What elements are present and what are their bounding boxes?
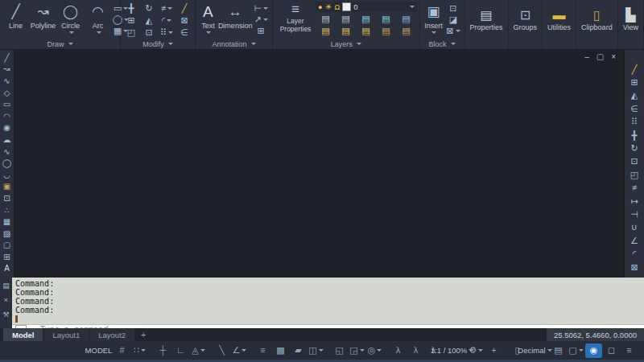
annotation-autoscale-icon[interactable]: λ — [407, 343, 424, 358]
text-icon[interactable]: A — [0, 263, 14, 275]
copy-icon[interactable]: ⊞ — [625, 76, 644, 88]
add-layout-button[interactable]: + — [135, 328, 151, 341]
dropdown-caret-icon[interactable] — [377, 349, 382, 352]
dynamic-ucs-icon[interactable]: ◲ — [349, 343, 365, 358]
dimension-tool-icon[interactable]: ▤ — [2, 281, 10, 291]
annotation-scale-value[interactable]: 1:1 / 100% — [443, 343, 461, 358]
rectangle-icon[interactable]: ▭ — [0, 98, 14, 110]
customize-command-icon[interactable]: ⚒ — [2, 310, 9, 320]
region-icon[interactable]: ▢ — [0, 240, 14, 252]
layer-freeze-icon[interactable]: ▤ — [361, 14, 369, 24]
create-block-icon[interactable]: ⊡ — [0, 192, 14, 204]
table-icon[interactable]: ⊞ — [254, 26, 268, 36]
layer-make-current-icon[interactable]: ▤ — [402, 14, 410, 24]
layer-off-icon[interactable]: ▤ — [382, 14, 390, 24]
dropdown-caret-icon[interactable] — [410, 6, 415, 8]
layer-unisolate-icon[interactable]: ▤ — [341, 14, 349, 24]
array-icon[interactable]: ⠿ — [160, 27, 173, 38]
join-icon[interactable]: ∪ — [625, 221, 644, 234]
arc-tool[interactable]: ◠ Arc — [85, 2, 111, 37]
lineweight-icon[interactable]: ≡ — [254, 343, 271, 358]
transparency-icon[interactable]: ▩ — [272, 343, 289, 358]
layer-dropdown[interactable]: ● ☀ Ω 0 — [316, 2, 417, 12]
dropdown-caret-icon[interactable] — [69, 31, 74, 34]
ucs-icon[interactable]: ◱ — [331, 343, 348, 358]
copy-icon[interactable]: ⊞ — [127, 15, 134, 26]
scale-icon[interactable]: ⊡ — [625, 155, 644, 168]
text-tool[interactable]: A Text — [198, 2, 218, 37]
panel-properties[interactable]: ▤ Properties — [465, 0, 509, 49]
spline-icon[interactable]: ∿ — [0, 146, 14, 158]
minimize-drawing-icon[interactable]: – — [584, 53, 589, 61]
selection-cycling-icon[interactable]: ◫ — [308, 343, 324, 358]
spline-fit-icon[interactable]: ∿ — [0, 75, 14, 87]
edit-attributes-icon[interactable]: ◪ — [446, 14, 460, 25]
extend-icon[interactable]: ↦ — [625, 195, 644, 208]
drawing-canvas[interactable]: –▢× — [14, 50, 625, 278]
display-icon[interactable]: ▢ — [568, 343, 584, 358]
chamfer-icon[interactable]: ∠ — [625, 234, 644, 247]
rotate-icon[interactable]: ↻ — [625, 142, 644, 154]
trim-icon[interactable]: ≠ — [161, 3, 172, 14]
explode-icon[interactable]: ⊠ — [625, 261, 644, 274]
break-icon[interactable]: ⊣ — [625, 208, 644, 220]
explode-icon[interactable]: ⊠ — [180, 15, 188, 26]
tab-layout2[interactable]: Layout2 — [89, 328, 134, 341]
layer-unlock-icon[interactable]: ▤ — [402, 26, 410, 36]
dimension-tool[interactable]: ↔ Dimension — [218, 2, 253, 37]
dropdown-caret-icon[interactable] — [97, 31, 101, 34]
dropdown-caret-icon[interactable] — [242, 349, 246, 352]
dropdown-caret-icon[interactable] — [263, 7, 268, 10]
layer-color-swatch[interactable] — [342, 2, 351, 11]
dropdown-caret-icon[interactable] — [167, 19, 171, 22]
circle-icon[interactable]: ◉ — [0, 122, 14, 134]
panel-groups[interactable]: ⊡ Groups — [509, 0, 543, 49]
polygon-icon[interactable]: ◇ — [0, 87, 14, 99]
line-tool[interactable]: ╱ Line — [2, 2, 29, 37]
layer-turn-on-icon[interactable]: ▤ — [361, 26, 369, 36]
layer-on-bulb-icon[interactable]: ● — [318, 3, 322, 11]
dropdown-caret-icon[interactable] — [431, 31, 436, 34]
manage-attributes-icon[interactable]: ⊠ — [446, 26, 460, 36]
dropdown-caret-icon[interactable] — [141, 349, 146, 352]
stretch-icon[interactable]: ◰ — [127, 27, 135, 38]
stretch-icon[interactable]: ◰ — [625, 168, 644, 181]
fillet-icon[interactable]: ◜ — [625, 247, 644, 260]
revision-cloud-icon[interactable]: ☁ — [0, 134, 14, 146]
layer-thaw-icon[interactable]: ▤ — [382, 26, 390, 36]
layer-unlock-icon[interactable]: Ω — [334, 3, 340, 11]
units-value[interactable]: Decimal — [526, 343, 543, 358]
panel-label-modify[interactable]: Modify — [121, 39, 195, 49]
polar-tracking-icon[interactable]: ◬ — [190, 343, 207, 358]
panel-utilities[interactable]: ▬ Utilities — [543, 0, 576, 49]
layer-previous-icon[interactable]: ▤ — [341, 26, 349, 36]
rotate-icon[interactable]: ↻ — [145, 3, 152, 14]
graphics-performance-icon[interactable]: ◉ — [585, 343, 602, 358]
dropdown-caret-icon[interactable] — [478, 349, 483, 352]
clean-screen-icon[interactable]: ◻ — [603, 343, 620, 358]
layer-freeze-sun-icon[interactable]: ☀ — [324, 2, 332, 11]
point-icon[interactable]: ∴ — [0, 204, 14, 216]
polyline-tool[interactable]: ↝ Polyline — [30, 2, 56, 37]
dropdown-caret-icon[interactable] — [167, 7, 172, 10]
erase-icon[interactable]: ╱ — [182, 3, 188, 14]
tab-layout1[interactable]: Layout1 — [43, 328, 89, 341]
grid-icon[interactable]: # — [114, 343, 130, 358]
table-icon[interactable]: ⊞ — [0, 251, 14, 263]
layer-match-icon[interactable]: ▤ — [321, 26, 329, 36]
gradient-icon[interactable]: ▨ — [0, 228, 14, 240]
move-icon[interactable]: ╋ — [129, 3, 134, 14]
create-block-icon[interactable]: ⊡ — [446, 3, 460, 14]
tab-model[interactable]: Model — [3, 328, 43, 341]
ellipse-icon[interactable]: ◯ — [0, 157, 14, 169]
ortho-icon[interactable]: ∟ — [172, 343, 189, 358]
ellipse-arc-icon[interactable]: ◡ — [0, 169, 14, 181]
panel-label-block[interactable]: Block — [420, 39, 464, 49]
array-icon[interactable]: ⠿ — [625, 116, 644, 129]
object-snap-icon[interactable]: ∠ — [231, 343, 248, 358]
annotation-visibility-icon[interactable]: λ — [390, 343, 407, 358]
panel-label-annotation[interactable]: Annotation — [196, 39, 272, 49]
crosshair-icon[interactable]: + — [485, 343, 502, 358]
polyline-icon[interactable]: ↝ — [0, 64, 14, 76]
insert-block-icon[interactable]: ▣ — [0, 181, 14, 193]
